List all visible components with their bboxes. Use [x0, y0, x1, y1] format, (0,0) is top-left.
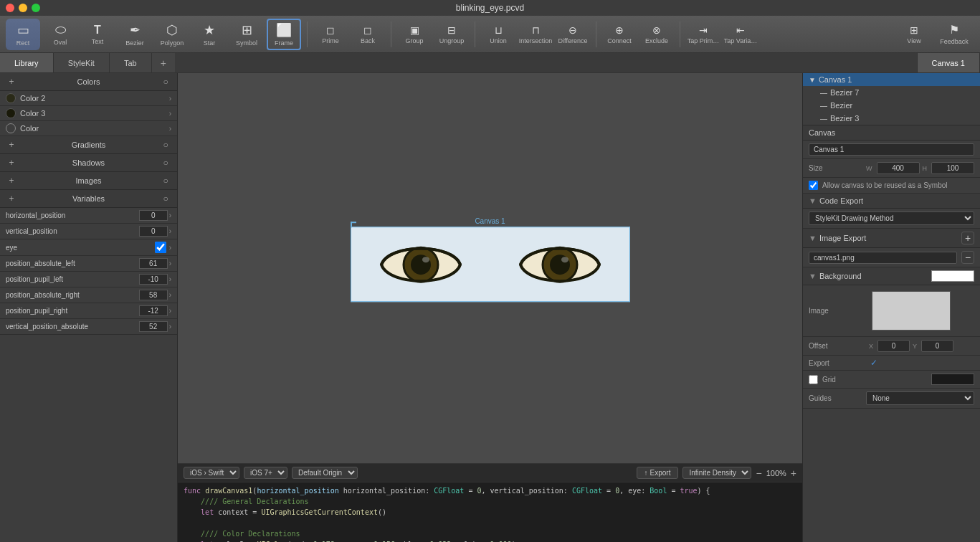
target-select[interactable]: iOS 7+ [244, 467, 287, 479]
tool-connect[interactable]: ⊕ Connect [602, 19, 637, 50]
offset-x-input[interactable] [877, 340, 910, 352]
background-header[interactable]: ▼ Background [803, 267, 980, 285]
image-preview[interactable] [872, 291, 951, 331]
var-par-input[interactable] [139, 290, 168, 300]
tab-add-button[interactable]: + [152, 53, 175, 72]
colors-options-button[interactable]: ○ [160, 76, 171, 87]
color-item-outline[interactable]: Color › [0, 121, 177, 136]
tool-rect[interactable]: ▭ Rect [6, 19, 40, 50]
tool-oval[interactable]: ⬭ Oval [43, 19, 77, 50]
var-pal-disclosure[interactable]: › [169, 260, 171, 267]
offset-y-input[interactable] [921, 340, 953, 352]
tool-intersection[interactable]: ⊓ Intersection [518, 19, 553, 50]
color-disclosure-outline: › [169, 125, 171, 133]
var-vpa-input[interactable] [139, 321, 168, 332]
zoom-in-button[interactable]: + [791, 467, 796, 479]
var-eye-checkbox[interactable] [155, 242, 166, 253]
var-hpos-disclosure[interactable]: › [169, 211, 171, 219]
tool-exclude[interactable]: ⊗ Exclude [639, 19, 674, 50]
view-icon: ⊞ [910, 24, 918, 36]
grid-checkbox[interactable] [809, 375, 818, 384]
var-par-disclosure[interactable]: › [169, 291, 171, 299]
density-select[interactable]: Infinite Density [682, 467, 751, 479]
window-controls[interactable] [6, 4, 40, 12]
export-remove-button[interactable]: − [961, 251, 974, 264]
var-hpos-input[interactable] [139, 210, 168, 221]
tool-symbol[interactable]: ⊞ Symbol [229, 19, 264, 50]
minimize-button[interactable] [19, 4, 27, 12]
tool-bezier[interactable]: ✒ Bezier [118, 19, 152, 50]
layer-bezier[interactable]: — Bezier [814, 99, 980, 112]
layer-bezier3[interactable]: — Bezier 3 [814, 112, 980, 125]
shadows-options-button[interactable]: ○ [160, 157, 171, 168]
var-vpa-disclosure[interactable]: › [169, 323, 171, 331]
tool-ungroup[interactable]: ⊟ Ungroup [434, 19, 469, 50]
var-ppr-input[interactable] [139, 305, 168, 316]
color-item-3[interactable]: Color 3 › [0, 106, 177, 121]
background-color-swatch[interactable] [931, 270, 974, 282]
variables-title: Variables [17, 194, 160, 203]
canvas-frame[interactable] [351, 227, 630, 302]
guides-select[interactable]: None [866, 391, 974, 405]
tool-difference[interactable]: ⊖ Difference [556, 19, 590, 50]
lang-select[interactable]: iOS › Swift [184, 467, 239, 479]
var-vpos-input[interactable] [139, 226, 168, 237]
tool-view[interactable]: ⊞ View [897, 19, 931, 50]
tool-frame[interactable]: ⬜ Frame [267, 19, 301, 50]
tool-text[interactable]: T Text [80, 19, 115, 50]
height-input[interactable] [931, 162, 974, 174]
union-icon: ⊔ [495, 24, 503, 36]
svg-point-5 [561, 257, 569, 262]
maximize-button[interactable] [32, 4, 40, 12]
colors-add-button[interactable]: + [6, 76, 17, 87]
tool-prime[interactable]: ◻ Prime [313, 19, 348, 50]
layer-canvas1[interactable]: ▼ Canvas 1 [803, 73, 980, 86]
tool-polygon[interactable]: ⬡ Polygon [155, 19, 189, 50]
code-content[interactable]: func drawCanvas1(horizontal_position hor… [178, 482, 802, 542]
image-export-header[interactable]: ▼ Image Export + [803, 229, 980, 248]
tab-stylekit[interactable]: StyleKit [54, 53, 110, 72]
grid-color-swatch[interactable] [931, 374, 974, 385]
code-export-select[interactable]: StyleKit Drawing Method [809, 211, 974, 225]
variables-add-button[interactable]: + [6, 193, 17, 204]
var-vpos-disclosure[interactable]: › [169, 227, 171, 235]
image-export-add-button[interactable]: + [961, 232, 974, 244]
export-filename-input[interactable] [809, 252, 957, 264]
gradients-add-button[interactable]: + [6, 139, 17, 151]
images-options-button[interactable]: ○ [160, 175, 171, 186]
code-export-header[interactable]: ▼ Code Export [803, 194, 980, 209]
canvas-viewport[interactable]: Canvas 1 [178, 73, 802, 463]
tool-back[interactable]: ◻ Back [351, 19, 385, 50]
gradients-options-button[interactable]: ○ [160, 139, 171, 151]
var-ppl-input[interactable] [139, 274, 168, 285]
var-ppl-disclosure[interactable]: › [169, 275, 171, 283]
var-pos-abs-right: position_absolute_right › [0, 287, 177, 303]
zoom-out-button[interactable]: − [756, 467, 761, 479]
prime-icon: ◻ [326, 24, 335, 36]
var-ppr-disclosure[interactable]: › [169, 307, 171, 315]
layer-bezier7[interactable]: — Bezier 7 [814, 86, 980, 99]
color-item-2[interactable]: Color 2 › [0, 91, 177, 106]
close-button[interactable] [6, 4, 14, 12]
tool-feedback[interactable]: ⚑ Feedback [934, 19, 974, 50]
code-export-button[interactable]: ↑ Export [637, 467, 679, 479]
tool-union[interactable]: ⊔ Union [481, 19, 515, 50]
shadows-add-button[interactable]: + [6, 157, 17, 168]
tool-group[interactable]: ▣ Group [397, 19, 432, 50]
tab-library[interactable]: Library [0, 53, 54, 72]
images-add-button[interactable]: + [6, 175, 17, 186]
tab-canvas1[interactable]: Canvas 1 [917, 53, 980, 72]
allow-canvas-checkbox[interactable] [809, 181, 818, 190]
width-input[interactable] [877, 162, 920, 174]
union-label: Union [490, 37, 507, 44]
var-pal-input[interactable] [139, 258, 168, 269]
tab-tab[interactable]: Tab [110, 53, 152, 72]
variables-options-button[interactable]: ○ [160, 193, 171, 204]
tool-star[interactable]: ★ Star [192, 19, 227, 50]
canvas-area: Canvas 1 [178, 73, 802, 542]
origin-select[interactable]: Default Origin [292, 467, 358, 479]
canvas-name-input[interactable] [809, 143, 974, 156]
var-eye-disclosure[interactable]: › [169, 244, 171, 252]
tool-tap-variable[interactable]: ⇤ Tap Varia… [723, 19, 758, 50]
tool-tap-primary[interactable]: ⇥ Tap Prim… [686, 19, 720, 50]
